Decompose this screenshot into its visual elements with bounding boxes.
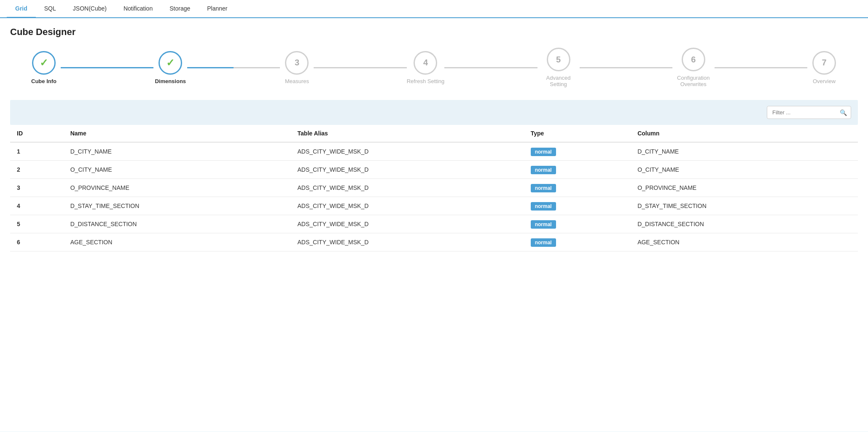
step-7[interactable]: 7 Overview [807, 51, 841, 84]
cell-id: 2 [10, 161, 64, 179]
type-badge: normal [531, 166, 556, 174]
cell-name: D_CITY_NAME [64, 142, 291, 161]
type-badge: normal [531, 202, 556, 211]
filter-input[interactable] [767, 106, 851, 119]
step-circle-3: 3 [285, 51, 309, 75]
tab-json-cube-[interactable]: JSON(Cube) [64, 0, 115, 18]
cell-name: O_PROVINCE_NAME [64, 179, 291, 197]
tab-storage[interactable]: Storage [161, 0, 199, 18]
connector-2-3b [234, 67, 280, 68]
step-label-2: Dimensions [155, 78, 186, 84]
cell-id: 1 [10, 142, 64, 161]
step-label-3: Measures [285, 78, 309, 84]
data-table: ID Name Table Alias Type Column 1 D_CITY… [10, 125, 858, 251]
cell-id: 4 [10, 197, 64, 215]
cell-name: D_DISTANCE_SECTION [64, 215, 291, 233]
connector-3-4 [314, 67, 406, 68]
checkmark-icon-2: ✓ [166, 57, 175, 69]
filter-bar: 🔍 [10, 100, 858, 125]
step-circle-4: 4 [414, 51, 437, 75]
connector-5-6 [580, 67, 672, 68]
cell-type: normal [524, 142, 631, 161]
cell-id: 6 [10, 233, 64, 251]
cell-table-alias: ADS_CITY_WIDE_MSK_D [291, 161, 524, 179]
cell-column: D_CITY_NAME [631, 142, 858, 161]
col-header-table-alias: Table Alias [291, 125, 524, 142]
step-6[interactable]: 6 Configuration Overwrites [672, 48, 715, 87]
connector-4-5 [444, 67, 537, 68]
connector-2-3 [187, 67, 234, 68]
cell-table-alias: ADS_CITY_WIDE_MSK_D [291, 233, 524, 251]
cell-name: AGE_SECTION [64, 233, 291, 251]
table-row: 4 D_STAY_TIME_SECTION ADS_CITY_WIDE_MSK_… [10, 197, 858, 215]
cell-id: 3 [10, 179, 64, 197]
tab-bar: GridSQLJSON(Cube)NotificationStoragePlan… [0, 0, 868, 18]
tab-notification[interactable]: Notification [115, 0, 161, 18]
type-badge: normal [531, 238, 556, 247]
step-label-1: Cube Info [31, 78, 56, 84]
cell-type: normal [524, 215, 631, 233]
col-header-type: Type [524, 125, 631, 142]
cell-table-alias: ADS_CITY_WIDE_MSK_D [291, 179, 524, 197]
cell-column: O_CITY_NAME [631, 161, 858, 179]
cell-type: normal [524, 233, 631, 251]
step-5[interactable]: 5 Advanced Setting [537, 48, 580, 87]
type-badge: normal [531, 184, 556, 192]
cell-name: D_STAY_TIME_SECTION [64, 197, 291, 215]
step-2[interactable]: ✓ Dimensions [153, 51, 187, 84]
cell-name: O_CITY_NAME [64, 161, 291, 179]
step-number-3: 3 [295, 58, 299, 68]
search-icon: 🔍 [840, 109, 847, 116]
step-circle-1: ✓ [32, 51, 56, 75]
col-header-column: Column [631, 125, 858, 142]
cell-column: D_STAY_TIME_SECTION [631, 197, 858, 215]
connector-1-2 [61, 67, 153, 68]
cell-column: O_PROVINCE_NAME [631, 179, 858, 197]
cell-type: normal [524, 161, 631, 179]
cell-type: normal [524, 179, 631, 197]
cell-type: normal [524, 197, 631, 215]
tab-sql[interactable]: SQL [36, 0, 64, 18]
type-badge: normal [531, 148, 556, 156]
step-circle-5: 5 [547, 48, 570, 71]
filter-input-wrap: 🔍 [767, 106, 851, 119]
step-4[interactable]: 4 Refresh Setting [407, 51, 445, 84]
col-header-id: ID [10, 125, 64, 142]
step-label-5: Advanced Setting [537, 75, 580, 87]
col-header-name: Name [64, 125, 291, 142]
step-label-6: Configuration Overwrites [672, 75, 715, 87]
table-row: 3 O_PROVINCE_NAME ADS_CITY_WIDE_MSK_D no… [10, 179, 858, 197]
table-row: 2 O_CITY_NAME ADS_CITY_WIDE_MSK_D normal… [10, 161, 858, 179]
connector-6-7 [715, 67, 807, 68]
checkmark-icon-1: ✓ [40, 57, 48, 69]
step-number-7: 7 [822, 58, 826, 68]
cell-column: D_DISTANCE_SECTION [631, 215, 858, 233]
type-badge: normal [531, 220, 556, 229]
table-row: 1 D_CITY_NAME ADS_CITY_WIDE_MSK_D normal… [10, 142, 858, 161]
cell-id: 5 [10, 215, 64, 233]
main-content: Cube Designer ✓ Cube Info ✓ Dimensions [0, 18, 868, 432]
step-number-4: 4 [423, 58, 428, 68]
step-number-6: 6 [691, 55, 696, 65]
step-label-4: Refresh Setting [407, 78, 445, 84]
stepper-row: ✓ Cube Info ✓ Dimensions 3 Measures [10, 48, 858, 87]
step-circle-2: ✓ [159, 51, 182, 75]
cell-table-alias: ADS_CITY_WIDE_MSK_D [291, 197, 524, 215]
step-circle-7: 7 [812, 51, 836, 75]
table-row: 6 AGE_SECTION ADS_CITY_WIDE_MSK_D normal… [10, 233, 858, 251]
step-1[interactable]: ✓ Cube Info [27, 51, 61, 84]
step-label-7: Overview [813, 78, 836, 84]
tab-grid[interactable]: Grid [7, 0, 36, 18]
cell-table-alias: ADS_CITY_WIDE_MSK_D [291, 142, 524, 161]
tab-planner[interactable]: Planner [199, 0, 236, 18]
step-circle-6: 6 [682, 48, 705, 71]
step-number-5: 5 [556, 55, 561, 65]
cell-table-alias: ADS_CITY_WIDE_MSK_D [291, 215, 524, 233]
table-header-row: ID Name Table Alias Type Column [10, 125, 858, 142]
step-3[interactable]: 3 Measures [280, 51, 314, 84]
stepper: ✓ Cube Info ✓ Dimensions 3 Measures [10, 48, 858, 87]
cell-column: AGE_SECTION [631, 233, 858, 251]
table-row: 5 D_DISTANCE_SECTION ADS_CITY_WIDE_MSK_D… [10, 215, 858, 233]
page-title: Cube Designer [10, 27, 858, 38]
